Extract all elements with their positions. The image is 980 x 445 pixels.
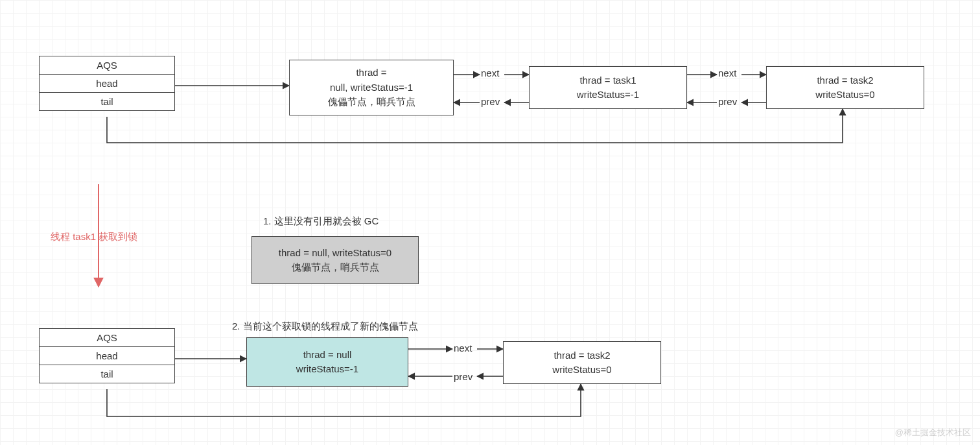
gc-note: 1. 这里没有引用就会被 GC [263,215,379,228]
watermark: @稀土掘金技术社区 [895,427,971,439]
link-next-label-b: next [454,343,472,354]
sentinel-line2: null, writeStatus=-1 [330,80,413,95]
gc-line2: 傀儡节点，哨兵节点 [292,260,379,275]
aqs-title: AQS [40,56,174,75]
aqs-box-bottom: AQS head tail [39,328,175,383]
task1-node-top: thrad = task1 writeStatus=-1 [529,66,687,109]
sentinel-node-top: thrad = null, writeStatus=-1 傀儡节点，哨兵节点 [289,60,454,115]
transition-label: 线程 task1 获取到锁 [51,231,137,243]
task2b-line2: writeStatus=0 [552,363,611,378]
task2-node-top: thrad = task2 writeStatus=0 [766,66,924,109]
aqs-tail-b: tail [40,365,174,383]
aqs-tail: tail [40,93,174,110]
task1-line1: thrad = task1 [579,73,636,88]
new-sentinel-line2: writeStatus=-1 [296,362,358,377]
new-sentinel-note: 2. 当前这个获取锁的线程成了新的傀儡节点 [232,320,418,333]
gc-node: thrad = null, writeStatus=0 傀儡节点，哨兵节点 [251,236,419,284]
aqs-head-b: head [40,347,174,365]
link-next-label: next [481,67,499,78]
link-prev-label-2: prev [718,96,737,107]
new-sentinel-line1: thrad = null [303,348,352,363]
task2-line1: thrad = task2 [817,73,873,88]
link-prev-label-b: prev [454,371,472,382]
link-next-label-2: next [718,67,736,78]
aqs-title-b: AQS [40,329,174,347]
sentinel-line3: 傀儡节点，哨兵节点 [328,95,415,110]
gc-line1: thrad = null, writeStatus=0 [279,246,391,261]
aqs-box-top: AQS head tail [39,56,175,111]
task2b-line1: thrad = task2 [554,348,610,363]
sentinel-line1: thrad = [356,66,386,80]
link-prev-label: prev [481,96,500,107]
task2-line2: writeStatus=0 [815,88,874,102]
diagram-canvas: AQS head tail thrad = null, writeStatus=… [0,0,980,445]
task1-line2: writeStatus=-1 [577,88,639,102]
task2-node-bottom: thrad = task2 writeStatus=0 [503,341,661,384]
new-sentinel-node: thrad = null writeStatus=-1 [246,337,408,387]
aqs-head: head [40,75,174,93]
